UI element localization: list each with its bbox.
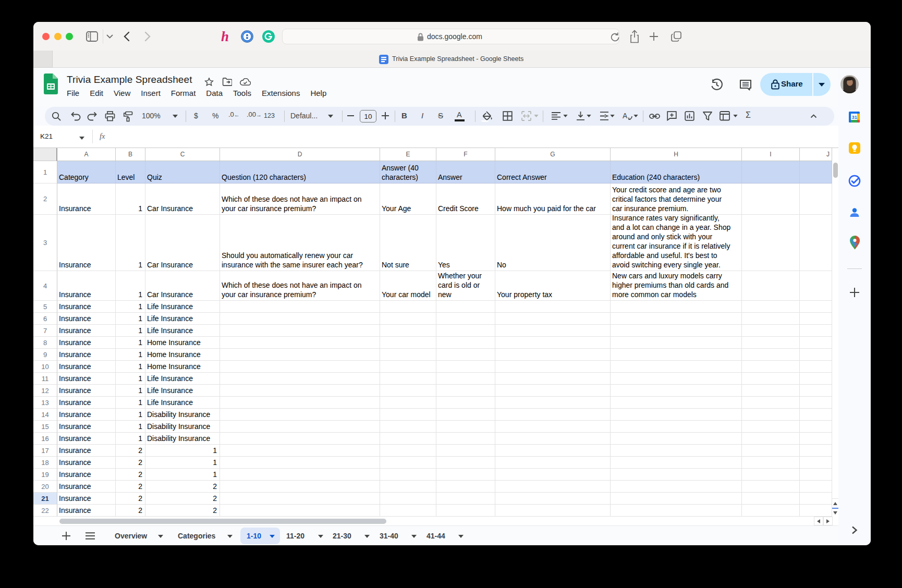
svg-text:31: 31 (852, 114, 858, 120)
svg-text:A: A (623, 112, 628, 120)
